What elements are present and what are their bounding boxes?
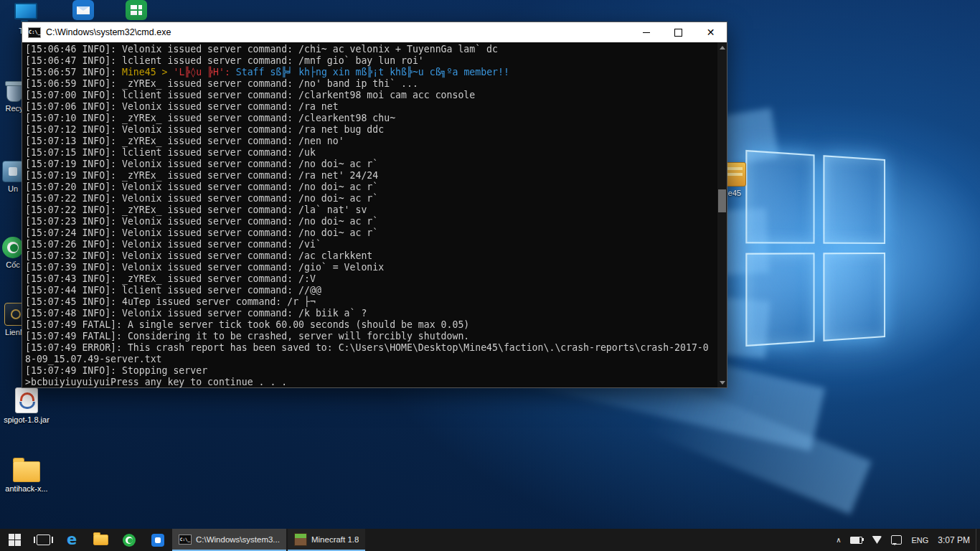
console-line: [15:07:23 INFO]: Velonix issued server c… — [25, 216, 717, 227]
close-button[interactable]: ✕ — [694, 22, 727, 42]
coccoc-button[interactable] — [115, 529, 143, 551]
console-line: [15:07:44 INFO]: lclient issued server c… — [25, 285, 717, 296]
console-line: [15:07:15 INFO]: lclient issued server c… — [25, 147, 717, 159]
blue-app-icon — [151, 534, 164, 547]
console-line: [15:07:19 INFO]: Velonix issued server c… — [25, 159, 717, 170]
window-controls: ✕ — [630, 22, 727, 42]
task-view-button[interactable] — [29, 529, 57, 551]
console-line: [15:07:49 ERROR]: This crash report has … — [25, 342, 717, 354]
file-explorer-button[interactable] — [86, 529, 115, 551]
desktop-icon-label: Un — [8, 184, 18, 193]
console-line: [15:07:22 INFO]: _zYREx_ issued server c… — [25, 204, 717, 216]
titlebar[interactable]: C:\Windows\system32\cmd.exe ✕ — [22, 22, 727, 42]
console-line: [15:06:47 INFO]: lclient issued server c… — [25, 55, 717, 67]
coccoc-icon — [2, 237, 24, 258]
console-line: [15:07:22 INFO]: Velonix issued server c… — [25, 193, 717, 204]
file-explorer-icon — [93, 534, 108, 545]
unikey-icon — [2, 161, 24, 182]
desktop-icon-antihack[interactable]: antihack-x... — [4, 458, 49, 493]
edge-button[interactable] — [57, 529, 86, 551]
console-line: [15:06:46 INFO]: Velonix issued server c… — [25, 44, 717, 55]
chevron-icon[interactable]: ∧ — [836, 536, 841, 544]
console-line: [15:07:12 INFO]: Velonix issued server c… — [25, 124, 717, 136]
windows-logo-pane — [745, 253, 814, 347]
console-line: [15:07:49 FATAL]: Considering it to be c… — [25, 331, 717, 342]
language-indicator[interactable]: ENG — [911, 536, 928, 545]
scroll-down-button[interactable] — [717, 377, 727, 387]
console-line: [15:06:59 INFO]: _zYREx_ issued server c… — [25, 78, 717, 90]
console-output[interactable]: [15:06:46 INFO]: Velonix issued server c… — [22, 42, 727, 387]
desktop-icon-label: e45 — [728, 189, 741, 197]
console-line: [15:07:20 INFO]: Velonix issued server c… — [25, 182, 717, 193]
spigot-icon — [15, 387, 38, 413]
scroll-up-button[interactable] — [717, 42, 727, 52]
taskbar-button-label: C:\Windows\system3... — [196, 535, 280, 544]
desktop-icon-label: antihack-x... — [5, 484, 47, 493]
console-line: [15:07:43 INFO]: _zYREx_ issued server c… — [25, 273, 717, 285]
desktop-icon-label: Cốc — [6, 260, 20, 269]
console-line: [15:07:32 INFO]: Velonix issued server c… — [25, 250, 717, 262]
window-title: C:\Windows\system32\cmd.exe — [46, 27, 171, 37]
desktop-icon-mail-app[interactable] — [63, 0, 103, 22]
task-view-icon — [37, 534, 50, 545]
cmd-window: C:\Windows\system32\cmd.exe ✕ [15:06:46 … — [22, 22, 727, 388]
console-line: [15:07:10 INFO]: _zYREx_ issued server c… — [25, 113, 717, 124]
desktop-icon-label: spigot-1.8.jar — [4, 415, 50, 424]
console-scrollbar[interactable] — [717, 42, 727, 387]
tray-icons: ∧ — [836, 535, 902, 545]
console-line: [15:07:26 INFO]: Velonix issued server c… — [25, 239, 717, 250]
maximize-icon — [674, 29, 682, 37]
desktop-icon-label: Recy — [5, 104, 23, 113]
taskbar-buttons: C:\Windows\system3...Minecraft 1.8 — [172, 529, 365, 551]
console-line: [15:07:49 FATAL]: A single server tick t… — [25, 319, 717, 331]
start-icon — [9, 534, 21, 546]
edge-icon — [67, 532, 77, 547]
taskbar-button-label: Minecraft 1.8 — [311, 535, 359, 544]
show-desktop-button[interactable] — [976, 529, 980, 551]
scroll-up-icon — [720, 46, 725, 50]
desktop: ThiRecyUnCốcLienMspigot-1.8.jarantihack-… — [0, 0, 980, 551]
blue-app-button[interactable] — [143, 529, 172, 551]
desktop-icon-green-app[interactable] — [116, 0, 156, 22]
notification-icon[interactable] — [891, 535, 902, 545]
taskbar-launchers — [0, 529, 172, 551]
minimize-button[interactable] — [630, 22, 662, 42]
windows-logo-pane — [823, 253, 885, 342]
battery-icon[interactable] — [850, 537, 862, 544]
console-line: [15:07:13 INFO]: _zYREx_ issued server c… — [25, 136, 717, 147]
coccoc-icon — [123, 534, 136, 547]
maximize-button[interactable] — [662, 22, 694, 42]
console-line: 8-09_15.07.49-server.txt — [25, 354, 717, 365]
system-tray: ∧ ENG 3:07 PM — [830, 529, 976, 551]
console-line: [15:07:06 INFO]: Velonix issued server c… — [25, 101, 717, 113]
clock[interactable]: 3:07 PM — [938, 535, 970, 545]
console-line: [15:07:49 INFO]: Stopping server — [25, 365, 717, 377]
windows-logo — [745, 150, 885, 347]
antihack-icon — [13, 461, 40, 482]
green-app-icon — [126, 0, 147, 20]
start-button[interactable] — [0, 529, 29, 551]
console-line: [15:07:39 INFO]: Velonix issued server c… — [25, 262, 717, 273]
console-line: [15:07:48 INFO]: Velonix issued server c… — [25, 308, 717, 319]
cmd-icon — [179, 534, 192, 545]
scroll-down-icon — [720, 381, 725, 385]
taskbar: C:\Windows\system3...Minecraft 1.8 ∧ ENG… — [0, 529, 980, 551]
wifi-icon[interactable] — [872, 536, 882, 544]
windows-logo-pane — [823, 155, 885, 244]
close-icon: ✕ — [707, 27, 715, 37]
taskbar-button-cmd[interactable]: C:\Windows\system3... — [172, 529, 286, 551]
console-line: [15:07:24 INFO]: Velonix issued server c… — [25, 227, 717, 239]
cmd-icon — [28, 27, 41, 38]
console-line: [15:07:19 INFO]: _zYREx_ issued server c… — [25, 170, 717, 182]
taskbar-button-minecraft[interactable]: Minecraft 1.8 — [288, 529, 365, 551]
minimize-icon — [643, 32, 650, 33]
mail-app-icon — [72, 0, 94, 20]
console-line: [15:07:45 INFO]: 4uTep issued server com… — [25, 296, 717, 308]
desktop-icon-spigot[interactable]: spigot-1.8.jar — [4, 387, 49, 424]
console-line: [15:07:00 INFO]: lclient issued server c… — [25, 90, 717, 101]
console-line: >bcbuiyiuyuiyuiPress any key to continue… — [25, 377, 717, 387]
minecraft-icon — [294, 533, 307, 546]
console-line: [15:06:57 INFO]: Mine45 > 'L╠◊u ╠H': Sta… — [25, 67, 717, 78]
scrollbar-thumb[interactable] — [718, 189, 726, 212]
